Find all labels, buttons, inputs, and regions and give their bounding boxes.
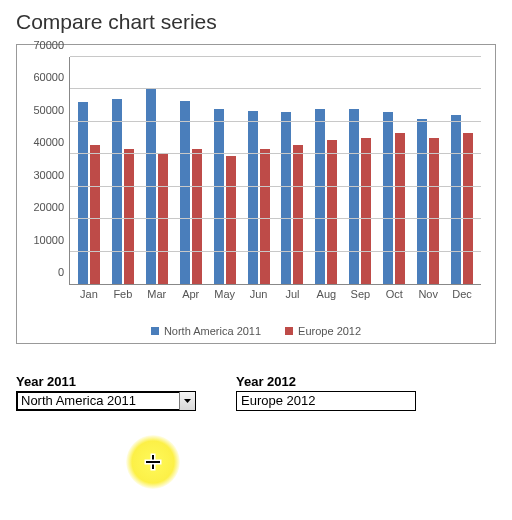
gridline [70,218,481,219]
y-tick-label: 30000 [33,169,70,181]
chevron-down-icon [184,399,191,403]
gridline [70,186,481,187]
bar [293,145,303,284]
chart: JanFebMarAprMayJunJulAugSepOctNovDec 010… [16,44,496,344]
bar [429,138,439,284]
legend-item-1: North America 2011 [151,325,261,337]
cursor-highlight [126,435,180,489]
gridline [70,251,481,252]
bar [383,112,393,284]
y-tick-label: 50000 [33,104,70,116]
bar [463,133,473,284]
bar [124,149,134,284]
bar [315,109,325,284]
x-tick-label: Feb [113,284,132,300]
bar [451,115,461,284]
y-tick-label: 0 [58,266,70,278]
x-tick-label: Jan [80,284,98,300]
bar [395,133,405,284]
select-value: North America 2011 [17,392,179,410]
x-tick-label: Oct [386,284,403,300]
bar [260,149,270,284]
y-tick-label: 10000 [33,234,70,246]
series-select-2011[interactable]: North America 2011 [16,391,196,411]
x-tick-label: Apr [182,284,199,300]
x-tick-label: Jul [285,284,299,300]
x-tick-label: May [214,284,235,300]
x-tick-label: Nov [418,284,438,300]
gridline [70,121,481,122]
bar [192,149,202,284]
bar [146,89,156,284]
bar [226,156,236,284]
bar [214,109,224,284]
page-title: Compare chart series [16,10,496,34]
y-tick-label: 40000 [33,136,70,148]
legend-swatch-icon [151,327,159,335]
bar [78,102,88,284]
gridline [70,56,481,57]
legend-swatch-icon [285,327,293,335]
gridline [70,88,481,89]
x-tick-label: Aug [317,284,337,300]
x-tick-label: Mar [147,284,166,300]
y-tick-label: 60000 [33,71,70,83]
svg-marker-0 [184,399,191,403]
legend-label: North America 2011 [164,325,261,337]
bar [281,112,291,284]
control-label: Year 2011 [16,374,196,389]
control-label: Year 2012 [236,374,416,389]
bar [180,101,190,284]
plot-area: JanFebMarAprMayJunJulAugSepOctNovDec 010… [69,57,481,285]
excel-plus-cursor-icon [146,455,160,469]
legend-label: Europe 2012 [298,325,361,337]
y-tick-label: 70000 [33,39,70,51]
gridline [70,153,481,154]
x-tick-label: Jun [250,284,268,300]
bar [349,109,359,284]
year-2011-control: Year 2011 North America 2011 [16,374,196,411]
year-2012-control: Year 2012 Europe 2012 [236,374,416,411]
bar [327,140,337,284]
series-select-2012[interactable]: Europe 2012 [236,391,416,411]
controls-row: Year 2011 North America 2011 Year 2012 E… [16,374,496,411]
legend-item-2: Europe 2012 [285,325,361,337]
bar [361,138,371,284]
bar [248,111,258,284]
legend: North America 2011 Europe 2012 [17,325,495,337]
x-tick-label: Dec [452,284,472,300]
select-value: Europe 2012 [237,392,415,410]
x-tick-label: Sep [351,284,371,300]
bar [112,99,122,284]
dropdown-button[interactable] [179,392,195,410]
bar [90,145,100,284]
y-tick-label: 20000 [33,201,70,213]
bar [417,119,427,284]
